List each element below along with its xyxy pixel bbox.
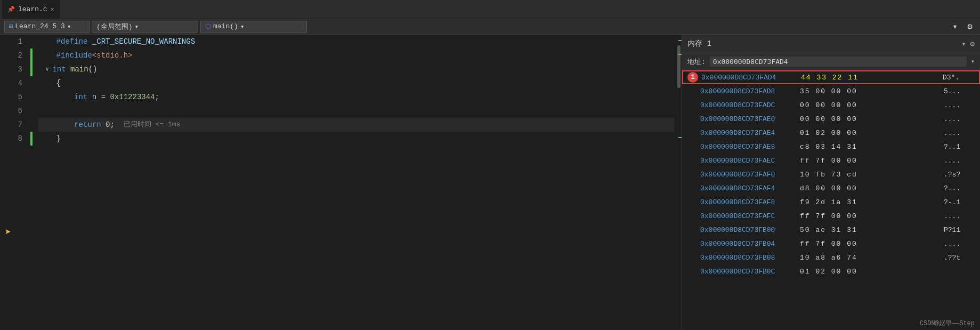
scrollbar-thumb[interactable]	[677, 45, 681, 88]
mem-addr-13: 0x000000D8CD73FB08	[700, 254, 799, 262]
mem-chars-3: ....	[944, 115, 976, 123]
memory-row-9: 0x000000D8CD73FAF8 f9 2d 1a 31 ?-.1	[682, 195, 980, 209]
gutter-bar-2	[30, 49, 33, 62]
mem-addr-8: 0x000000D8CD73FAF4	[700, 184, 799, 192]
code-line-8: }	[38, 132, 674, 146]
editor-scrollbar[interactable]	[674, 35, 682, 330]
kw-return: return	[74, 118, 101, 132]
func-dropdown[interactable]: ⬡ main() ▾	[200, 21, 307, 33]
editor: ➤ 1 2 3 4 5 6 7 8	[0, 35, 682, 330]
context-dropdown[interactable]: (全局范围) ▾	[92, 21, 198, 33]
chevron-down-icon[interactable]: ▾	[949, 21, 961, 33]
memory-row-2: 0x000000D8CD73FADC 00 00 00 00 ....	[682, 98, 980, 112]
toolbar: ⊞ Learn_24_5_3 ▾ (全局范围) ▾ ⬡ main() ▾ ▾ ⚙	[0, 19, 980, 35]
mem-chars-2: ....	[944, 101, 976, 109]
mem-addr-12: 0x000000D8CD73FB04	[700, 240, 799, 248]
mem-bytes-8: d8 00 00 00	[800, 184, 943, 192]
mem-addr-4: 0x000000D8CD73FAE4	[700, 129, 799, 137]
pin-icon: 📌	[7, 6, 15, 13]
tab-learn-c[interactable]: 📌 learn.c ✕	[2, 0, 60, 19]
func-icon: ⬡	[205, 22, 211, 31]
memory-row-1: 0x000000D8CD73FAD8 35 00 00 00 5...	[682, 84, 980, 98]
collapse-arrow-3[interactable]: ∨	[38, 62, 52, 76]
mem-chars-4: ....	[944, 129, 976, 137]
memory-address-bar: 地址: ▾	[682, 53, 980, 70]
code-line-1: #define _CRT_SECURE_NO_WARNINGS	[38, 35, 674, 49]
code-line-6	[38, 104, 674, 118]
badge-1: 1	[687, 72, 698, 83]
settings-icon[interactable]: ⚙	[964, 21, 976, 33]
func-arrow: ▾	[240, 22, 245, 31]
semicolon: ;	[155, 90, 159, 104]
memory-chevron-icon[interactable]: ▾	[961, 39, 966, 49]
mem-chars-13: .??t	[944, 254, 976, 262]
kw-int-n: int	[74, 90, 87, 104]
space	[87, 90, 92, 104]
mem-bytes-3: 00 00 00 00	[800, 115, 943, 123]
tab-bar: 📌 learn.c ✕	[0, 0, 980, 19]
line-number-3: 3	[0, 62, 22, 76]
memory-row-12: 0x000000D8CD73FB04 ff 7f 00 00 ....	[682, 237, 980, 251]
memory-rows[interactable]: 1 0x000000D8CD73FAD4 44 33 22 11 D3". 0x…	[682, 70, 980, 319]
code-area: ➤ 1 2 3 4 5 6 7 8	[0, 35, 682, 330]
mem-bytes-1: 35 00 00 00	[800, 87, 943, 95]
memory-settings-icon[interactable]: ⚙	[970, 39, 975, 49]
addr-input[interactable]	[710, 57, 967, 67]
toolbar-right: ▾ ⚙	[949, 21, 976, 33]
scope-dropdown[interactable]: ⊞ Learn_24_5_3 ▾	[4, 21, 90, 33]
mem-bytes-7: 10 fb 73 cd	[800, 171, 943, 179]
mem-bytes-9: f9 2d 1a 31	[800, 198, 943, 206]
memory-row-11: 0x000000D8CD73FB00 50 ae 31 31 P?11	[682, 223, 980, 237]
scope-arrow: ▾	[67, 22, 71, 31]
mem-bytes-4: 01 02 00 00	[800, 129, 943, 137]
def-crt: _CRT_SECURE_NO_WARNINGS	[92, 35, 195, 49]
code-lines[interactable]: #define _CRT_SECURE_NO_WARNINGS #include…	[36, 35, 674, 330]
code-line-4: {	[38, 76, 674, 90]
mem-chars-10: ....	[944, 212, 976, 220]
main-content: ➤ 1 2 3 4 5 6 7 8	[0, 35, 980, 330]
code-line-3: ∨ int main()	[38, 62, 674, 76]
memory-header: 内存 1 ▾ ⚙	[682, 35, 980, 53]
line-number-7: 7	[0, 118, 22, 132]
line-number-2: 2	[0, 49, 22, 62]
code-line-7: return 0; 已用时间 <= 1ms	[38, 118, 674, 132]
code-line-2: #include<stdio.h>	[38, 49, 674, 62]
memory-panel: 内存 1 ▾ ⚙ 地址: ▾ 1 0x000000D8CD73FAD4 44 3…	[682, 35, 980, 330]
context-arrow: ▾	[135, 22, 139, 31]
mem-bytes-14: 01 02 00 00	[800, 268, 943, 276]
brace-close: }	[38, 132, 61, 146]
tab-label: learn.c	[18, 5, 47, 13]
mem-chars-11: P?11	[944, 226, 976, 234]
memory-row-10: 0x000000D8CD73FAFC ff 7f 00 00 ....	[682, 209, 980, 223]
mem-chars-9: ?-.1	[944, 198, 976, 206]
kw-int: int	[52, 62, 70, 76]
fn-main: main	[70, 62, 88, 76]
var-n: n	[92, 90, 96, 104]
gutter-bar-3	[30, 62, 33, 76]
mem-addr-5: 0x000000D8CD73FAE8	[700, 143, 799, 151]
addr-go-arrow[interactable]: ▾	[971, 58, 975, 66]
mem-addr-14: 0x000000D8CD73FB0C	[700, 268, 799, 276]
assign: =	[96, 90, 110, 104]
paren-open: ()	[88, 62, 98, 76]
gutter	[27, 35, 36, 330]
memory-row-0: 1 0x000000D8CD73FAD4 44 33 22 11 D3".	[682, 70, 980, 84]
str-stdio: <stdio.h>	[92, 49, 133, 62]
line-number-1: 1	[0, 35, 22, 49]
memory-row-6: 0x000000D8CD73FAEC ff 7f 00 00 ....	[682, 154, 980, 167]
memory-row-14: 0x000000D8CD73FB0C 01 02 00 00	[682, 264, 980, 278]
indent-7	[38, 118, 74, 132]
line-number-8: 8	[0, 132, 22, 146]
close-icon[interactable]: ✕	[51, 5, 54, 13]
watermark-text: CSDN@赵早——Step	[920, 319, 975, 328]
kw-include: #include	[38, 49, 92, 62]
mem-bytes-12: ff 7f 00 00	[800, 240, 943, 248]
memory-row-7: 0x000000D8CD73FAF0 10 fb 73 cd .?s?	[682, 167, 980, 181]
zero: 0;	[101, 118, 124, 132]
line-number-5: 5	[0, 90, 22, 104]
line-number-6: 6	[0, 104, 22, 118]
mem-bytes-5: c8 03 14 31	[800, 143, 943, 151]
context-label: (全局范围)	[96, 22, 133, 31]
mem-bytes-2: 00 00 00 00	[800, 101, 943, 109]
mem-addr-0: 0x000000D8CD73FAD4	[701, 74, 800, 82]
